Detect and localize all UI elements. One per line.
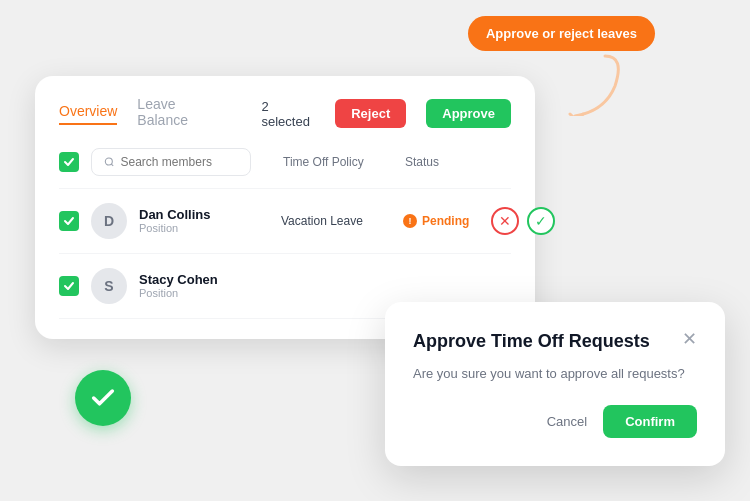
selected-count: 2 selected [261,99,315,129]
search-icon [104,156,115,168]
select-all-checkbox[interactable] [59,152,79,172]
reject-button[interactable]: Reject [335,99,406,128]
svg-point-0 [105,158,112,165]
reject-action-0[interactable]: ✕ [491,207,519,235]
employee-name-0: Dan Collins [139,207,269,222]
main-panel: Overview Leave Balance 2 selected Reject… [35,76,535,339]
confirm-button[interactable]: Confirm [603,405,697,438]
pending-dot-0: ! [403,214,417,228]
status-badge-0: ! Pending [403,214,469,228]
employee-name-1: Stacy Cohen [139,272,269,287]
employee-checkbox-0[interactable] [59,211,79,231]
action-buttons-0: ✕ ✓ [491,207,555,235]
modal-body: Are you sure you want to approve all req… [413,366,697,381]
approve-button[interactable]: Approve [426,99,511,128]
modal: Approve Time Off Requests ✕ Are you sure… [385,302,725,465]
time-off-label-0: Vacation Leave [281,214,391,228]
tabs: Overview Leave Balance 2 selected Reject… [59,96,511,132]
employee-position-0: Position [139,222,269,234]
cancel-button[interactable]: Cancel [547,414,587,429]
avatar-0: D [91,203,127,239]
employee-checkbox-1[interactable] [59,276,79,296]
col-header-status: Status [405,155,439,169]
tab-overview[interactable]: Overview [59,103,117,125]
modal-footer: Cancel Confirm [413,405,697,438]
table-row: D Dan Collins Position Vacation Leave ! … [59,189,511,254]
modal-title: Approve Time Off Requests [413,330,650,353]
annotation-bubble: Approve or reject leaves [468,16,655,51]
employee-position-1: Position [139,287,269,299]
big-check-icon [75,370,131,426]
modal-header: Approve Time Off Requests ✕ [413,330,697,353]
search-input[interactable] [121,155,238,169]
avatar-1: S [91,268,127,304]
col-header-time-off: Time Off Policy [283,155,393,169]
search-box[interactable] [91,148,251,176]
approve-action-0[interactable]: ✓ [527,207,555,235]
modal-close-button[interactable]: ✕ [682,330,697,348]
tab-leave-balance[interactable]: Leave Balance [137,96,221,132]
